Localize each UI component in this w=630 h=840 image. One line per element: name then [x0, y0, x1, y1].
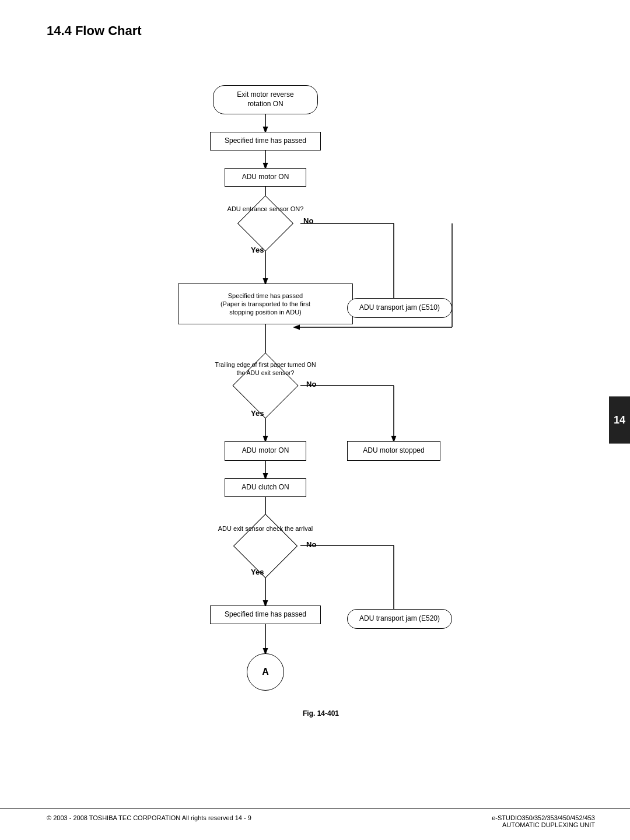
- fig-label: Fig. 14-401: [102, 709, 540, 718]
- diamond1-text: ADU entrance sensor ON?: [219, 205, 312, 213]
- diamond1-shape: [237, 195, 293, 251]
- flowchart: Exit motor reverse rotation ON Specified…: [102, 56, 540, 756]
- diamond2-no-label: No: [306, 380, 316, 388]
- connector-a-node: A: [247, 653, 284, 691]
- diamond1-no-label: No: [303, 216, 313, 225]
- page-title: 14.4 Flow Chart: [47, 23, 595, 38]
- side-tab: 14: [609, 397, 630, 444]
- start-label: Exit motor reverse rotation ON: [237, 90, 293, 108]
- error3-node: ADU transport jam (E520): [347, 609, 452, 629]
- rect4-label: ADU motor ON: [242, 446, 289, 456]
- rect6-node: Specified time has passed: [210, 606, 321, 624]
- rect4-node: ADU motor ON: [225, 441, 306, 461]
- footer: © 2003 - 2008 TOSHIBA TEC CORPORATION Al…: [0, 808, 630, 828]
- error2-label: ADU motor stopped: [363, 446, 424, 456]
- rect1-node: Specified time has passed: [210, 132, 321, 150]
- rect5-label: ADU clutch ON: [242, 483, 289, 492]
- flowchart-arrows: [102, 56, 540, 756]
- connector-a-label: A: [262, 666, 269, 678]
- rect2-label: ADU motor ON: [242, 173, 289, 182]
- diamond3-text: ADU exit sensor check the arrival: [214, 524, 317, 533]
- start-node: Exit motor reverse rotation ON: [213, 85, 318, 114]
- diamond3-no-label: No: [306, 540, 316, 549]
- footer-right-line2: AUTOMATIC DUPLEXING UNIT: [492, 821, 595, 828]
- rect6-label: Specified time has passed: [225, 610, 306, 620]
- diamond2-yes-label: Yes: [251, 409, 264, 418]
- rect3-node: Specified time has passed (Paper is tran…: [178, 284, 353, 324]
- diamond1-yes-label: Yes: [251, 246, 264, 254]
- error1-label: ADU transport jam (E510): [359, 303, 440, 313]
- rect1-label: Specified time has passed: [225, 136, 306, 146]
- diamond3-yes-label: Yes: [251, 568, 264, 576]
- footer-right: e-STUDIO350/352/353/450/452/453 AUTOMATI…: [492, 814, 595, 828]
- footer-right-line1: e-STUDIO350/352/353/450/452/453: [492, 814, 595, 821]
- error1-node: ADU transport jam (E510): [347, 298, 452, 318]
- rect3-label: Specified time has passed (Paper is tran…: [220, 292, 310, 317]
- rect5-node: ADU clutch ON: [225, 478, 306, 497]
- diamond2-text: Trailing edge of first paper turned ON t…: [213, 361, 318, 377]
- rect2-node: ADU motor ON: [225, 168, 306, 187]
- footer-left: © 2003 - 2008 TOSHIBA TEC CORPORATION Al…: [47, 814, 251, 828]
- error2-node: ADU motor stopped: [347, 441, 440, 461]
- error3-label: ADU transport jam (E520): [359, 614, 440, 624]
- diamond3-shape: [233, 514, 298, 578]
- page: 14.4 Flow Chart 14: [0, 0, 630, 840]
